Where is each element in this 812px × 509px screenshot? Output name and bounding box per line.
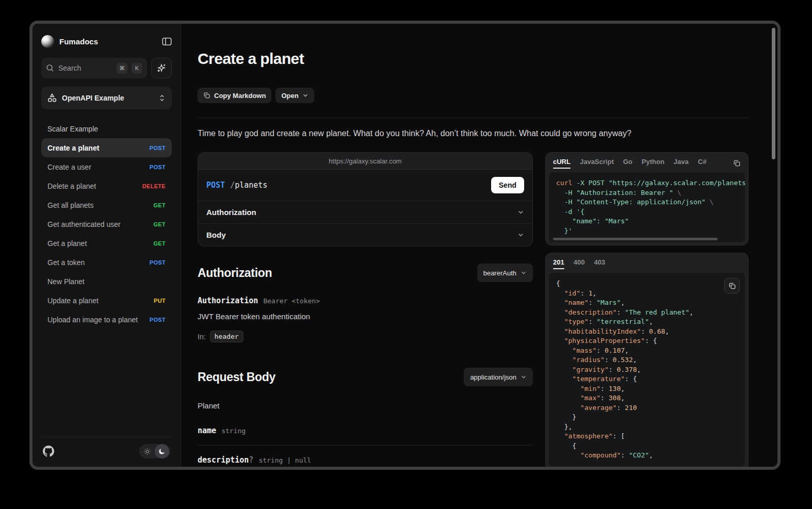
sidebar-header: Fumadocs <box>41 32 172 51</box>
shapes-icon <box>47 93 57 103</box>
chevron-down-icon <box>521 374 527 380</box>
in-value-chip: header <box>210 331 243 342</box>
sidebar-item[interactable]: Get a tokenPOST <box>41 253 172 272</box>
sidebar-item[interactable]: Update a planetPUT <box>41 291 172 310</box>
tab-curl[interactable]: cURL <box>553 158 571 169</box>
tab-javascript[interactable]: JavaScript <box>580 158 614 169</box>
chevron-up-down-icon <box>158 94 166 102</box>
sparkle-icon <box>157 63 166 73</box>
sidebar-item-label: Get a token <box>47 258 150 267</box>
sidebar-item-label: Delete a planet <box>47 182 142 190</box>
sidebar-item-label: Get authenticated user <box>47 220 153 228</box>
copy-icon <box>733 159 741 167</box>
playground-authorization-row[interactable]: Authorization <box>198 201 532 223</box>
sidebar-item-label: Get a planet <box>47 239 153 248</box>
auth-scheme-select[interactable]: bearerAuth <box>477 264 533 282</box>
collapse-sidebar-button[interactable] <box>162 37 172 46</box>
method-badge: POST <box>150 317 166 323</box>
copy-code-button[interactable] <box>733 159 741 167</box>
base-url: https://galaxy.scalar.com <box>198 153 532 170</box>
brand-name: Fumadocs <box>59 37 157 46</box>
sidebar-item-label: Upload an image to a planet <box>47 316 150 324</box>
copy-markdown-button[interactable]: Copy Markdown <box>198 88 271 103</box>
chevron-down-icon <box>302 92 308 98</box>
search-placeholder: Search <box>58 64 112 72</box>
github-icon <box>43 446 54 457</box>
response-code: { "id": 1, "name": "Mars", "description"… <box>556 279 738 461</box>
tab-python[interactable]: Python <box>642 158 664 169</box>
api-playground: https://galaxy.scalar.com POST /planets … <box>198 152 533 247</box>
endpoint-description: Time to play god and create a new planet… <box>198 129 749 138</box>
tab-403[interactable]: 403 <box>594 258 605 269</box>
authorization-section: Authorization bearerAuth Authorization B… <box>198 264 533 342</box>
moon-icon <box>155 444 169 458</box>
sidebar-item[interactable]: Get authenticated userGET <box>41 215 172 234</box>
horizontal-scrollbar[interactable] <box>553 238 718 240</box>
response-code-block: { "id": 1, "name": "Mars", "description"… <box>549 273 745 467</box>
copy-icon <box>728 282 736 290</box>
tab-go[interactable]: Go <box>623 158 632 169</box>
header-divider <box>198 118 749 118</box>
sidebar-item[interactable]: Get all planetsGET <box>41 195 172 215</box>
api-spec-select[interactable]: OpenAPI Example <box>41 87 172 109</box>
request-body-heading: Request Body <box>198 370 275 384</box>
sidebar-item-label: New Planet <box>47 277 166 286</box>
chevron-down-icon <box>517 232 524 238</box>
tab-400[interactable]: 400 <box>574 258 585 269</box>
playground-body-row[interactable]: Body <box>198 223 532 246</box>
ai-assistant-button[interactable] <box>151 58 172 78</box>
authorization-heading: Authorization <box>198 266 272 280</box>
method-badge: DELETE <box>142 183 166 189</box>
tab-201[interactable]: 201 <box>553 258 564 269</box>
copy-response-button[interactable] <box>724 278 740 293</box>
field-optional-marker: ? <box>249 455 253 465</box>
sidebar-nav: Scalar Example Create a planetPOSTCreate… <box>41 122 172 329</box>
method-badge: POST <box>150 164 166 170</box>
fumadocs-logo <box>41 35 54 48</box>
field-name: description <box>198 455 249 465</box>
code-tabs: cURLJavaScriptGoPythonJavaC# <box>546 153 748 172</box>
curl-code-block: curl -X POST "https://galaxy.scalar.com/… <box>549 172 745 242</box>
curl-code: curl -X POST "https://galaxy.scalar.com/… <box>556 178 738 236</box>
request-body-section: Request Body application/json Planet nam… <box>198 368 533 465</box>
sidebar-item[interactable]: Get a planetGET <box>41 234 172 253</box>
in-label: In: <box>198 333 206 341</box>
field-type: string | null <box>258 456 311 464</box>
github-link[interactable] <box>43 446 54 457</box>
copy-markdown-label: Copy Markdown <box>214 92 266 100</box>
sidebar-item[interactable]: Create a planetPOST <box>41 138 172 157</box>
tab-c-[interactable]: C# <box>698 158 707 169</box>
field-divider <box>198 445 533 446</box>
method-badge: GET <box>153 240 166 247</box>
method-badge: POST <box>150 145 166 151</box>
sidebar-item-label: Update a planet <box>47 297 154 305</box>
open-menu-button[interactable]: Open <box>275 88 314 103</box>
response-panel: 201400403 { "id": 1, "name" <box>545 253 749 467</box>
auth-param-type: Bearer <token> <box>263 297 320 305</box>
sidebar-footer <box>41 437 172 459</box>
main-content: Create a planet Copy Markdown Open <box>181 24 777 467</box>
page-title: Create a planet <box>198 50 749 68</box>
field-type: string <box>221 427 246 435</box>
body-fields: namestringdescription?string | null <box>198 426 533 465</box>
sidebar-item[interactable]: New Planet <box>41 272 172 291</box>
field-name: name <box>198 426 216 435</box>
endpoint-path: /planets <box>230 180 267 190</box>
theme-toggle[interactable] <box>139 444 170 458</box>
content-type-select[interactable]: application/json <box>464 368 533 386</box>
kbd-cmd: ⌘ <box>117 63 127 74</box>
sidebar-item-label: Create a user <box>47 163 150 171</box>
sidebar-item[interactable]: Upload an image to a planetPOST <box>41 310 172 329</box>
auth-param-description: JWT Bearer token authentication <box>198 312 533 321</box>
kbd-k: K <box>132 63 142 74</box>
send-button[interactable]: Send <box>491 177 524 193</box>
sidebar-item[interactable]: Create a userPOST <box>41 157 172 176</box>
schema-field: description?string | null <box>198 455 533 465</box>
window-scrollbar[interactable] <box>772 28 775 159</box>
method-badge: GET <box>153 202 166 208</box>
copy-icon <box>203 92 210 99</box>
sidebar-item[interactable]: Delete a planetDELETE <box>41 176 172 195</box>
tab-java[interactable]: Java <box>674 158 689 169</box>
chevron-down-icon <box>517 209 524 216</box>
search-input[interactable]: Search ⌘ K <box>41 58 147 78</box>
